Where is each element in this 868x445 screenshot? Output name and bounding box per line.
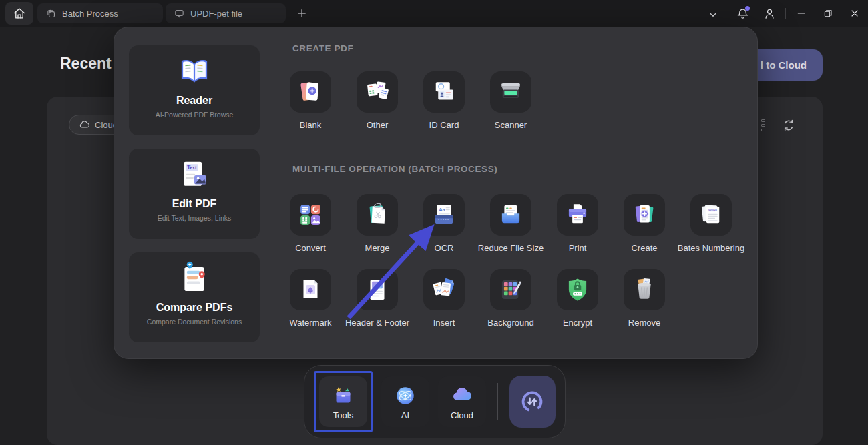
app-card-edit-pdf[interactable]: TextEdit PDFEdit Text, Images, Links xyxy=(129,149,260,239)
tool-scanner[interactable]: Scanner xyxy=(477,71,544,130)
tool-encrypt[interactable]: Encrypt xyxy=(544,269,611,328)
restore-button[interactable] xyxy=(820,5,836,21)
blank-icon xyxy=(296,78,324,106)
dock-item-tools[interactable]: Tools xyxy=(319,376,367,427)
section-divider xyxy=(292,149,723,149)
bottom-dock: ToolsAICloud xyxy=(304,365,566,438)
refresh-button[interactable] xyxy=(781,118,796,133)
tool-merge[interactable]: Merge xyxy=(344,194,411,253)
tool-label: Remove xyxy=(628,318,660,328)
page-title: Recent xyxy=(60,55,112,73)
dock-item-ai[interactable]: AI xyxy=(381,376,429,427)
tool-label: Reduce File Size xyxy=(478,243,544,253)
upload-to-cloud-label: l to Cloud xyxy=(761,59,807,71)
tool-tile[interactable] xyxy=(624,269,665,310)
tool-convert[interactable]: Convert xyxy=(277,194,344,253)
tool-tile[interactable] xyxy=(490,71,531,113)
tool-label: Bates Numbering xyxy=(678,243,744,253)
tool-id-card[interactable]: ID Card xyxy=(411,71,477,130)
tool-ocr[interactable]: AaOCR xyxy=(411,194,477,253)
tool-reduce-file-size[interactable]: Reduce File Size xyxy=(477,194,544,253)
tool-background[interactable]: Background xyxy=(477,269,544,328)
refresh-icon xyxy=(781,118,796,133)
app-card-title: Reader xyxy=(176,95,212,107)
restore-icon xyxy=(823,8,833,19)
dock-separator xyxy=(497,383,498,420)
tool-tile[interactable] xyxy=(557,269,598,310)
ai-icon xyxy=(393,384,417,408)
tool-print[interactable]: Print xyxy=(544,194,611,253)
tool-label: Background xyxy=(487,318,533,328)
print-icon xyxy=(564,201,592,229)
dock-item-label: Cloud xyxy=(451,410,473,420)
watermark-icon xyxy=(296,276,324,304)
tool-bates-numbering[interactable]: 000123Bates Numbering xyxy=(678,194,744,253)
home-button[interactable] xyxy=(5,2,33,25)
merge-icon xyxy=(363,201,391,229)
tab-batch-process[interactable]: Batch Process xyxy=(37,3,163,23)
cloud-outline-icon xyxy=(79,119,90,131)
minimize-icon xyxy=(796,8,807,19)
close-button[interactable] xyxy=(847,5,863,21)
dropdown-chevron-button[interactable] xyxy=(705,7,721,23)
tool-tile[interactable] xyxy=(423,71,465,113)
sync-icon xyxy=(517,386,548,417)
dock-active-outline: Tools xyxy=(314,371,373,432)
tool-label: Encrypt xyxy=(563,318,592,328)
new-tab-button[interactable] xyxy=(294,5,310,21)
person-icon xyxy=(763,7,777,21)
tool-other[interactable]: Other xyxy=(344,71,411,130)
tab-updf-pet-file[interactable]: UPDF-pet file xyxy=(166,3,286,23)
scanner-icon xyxy=(497,78,525,106)
tool-tile[interactable] xyxy=(557,194,598,236)
create-icon xyxy=(630,201,658,229)
bates-numbering-icon: 000123 xyxy=(697,201,725,229)
tool-tile[interactable] xyxy=(290,194,331,236)
tools-icon xyxy=(331,384,355,408)
app-card-reader[interactable]: ReaderAI-Powered PDF Browse xyxy=(129,45,260,135)
tool-tile[interactable] xyxy=(423,269,465,310)
sync-button[interactable] xyxy=(509,376,556,428)
tool-tile[interactable] xyxy=(290,71,331,113)
account-button[interactable] xyxy=(761,5,777,21)
tool-tile[interactable] xyxy=(490,269,531,310)
tool-tile[interactable] xyxy=(357,194,398,236)
tool-tile[interactable] xyxy=(490,194,531,236)
reduce-file-size-icon xyxy=(497,201,525,229)
dock-item-cloud[interactable]: Cloud xyxy=(438,376,486,427)
edit-pdf-icon: Text xyxy=(176,157,212,193)
create-pdf-section-title: CREATE PDF xyxy=(292,43,353,53)
compare-pdfs-icon xyxy=(176,261,212,297)
tool-tile[interactable]: 000123 xyxy=(690,194,732,236)
minimize-button[interactable] xyxy=(793,5,809,21)
app-card-desc: AI-Powered PDF Browse xyxy=(156,111,234,119)
tool-label: Header & Footer xyxy=(345,318,409,328)
tool-header-footer[interactable]: Header & Footer xyxy=(344,269,411,328)
new-tab-plus-icon xyxy=(296,7,308,19)
tab-label: UPDF-pet file xyxy=(190,9,242,19)
tool-remove[interactable]: Remove xyxy=(611,269,678,328)
tool-tile[interactable] xyxy=(357,71,398,113)
background-icon xyxy=(497,276,525,304)
home-icon xyxy=(12,6,27,21)
tool-tile[interactable] xyxy=(624,194,665,236)
app-card-compare-pdfs[interactable]: Compare PDFsCompare Document Revisions xyxy=(129,252,260,342)
header-footer-icon xyxy=(363,276,391,304)
updf-app-window: Batch Process UPDF-pet file xyxy=(0,0,868,445)
tool-label: ID Card xyxy=(429,120,459,130)
tool-tile[interactable] xyxy=(357,269,398,310)
app-card-desc: Edit Text, Images, Links xyxy=(158,214,232,222)
chat-icon xyxy=(174,8,185,19)
tool-label: Create xyxy=(631,243,657,253)
convert-icon xyxy=(296,201,324,229)
tool-label: OCR xyxy=(435,243,454,253)
app-card-desc: Compare Document Revisions xyxy=(147,318,242,326)
tool-blank[interactable]: Blank xyxy=(277,71,344,130)
tool-create[interactable]: Create xyxy=(611,194,678,253)
tool-tile[interactable] xyxy=(290,269,331,310)
tab-label: Batch Process xyxy=(62,9,118,19)
tool-insert[interactable]: Insert xyxy=(411,269,477,328)
tool-label: Scanner xyxy=(495,120,527,130)
tool-tile[interactable]: Aa xyxy=(423,194,465,236)
tool-watermark[interactable]: Watermark xyxy=(277,269,344,328)
